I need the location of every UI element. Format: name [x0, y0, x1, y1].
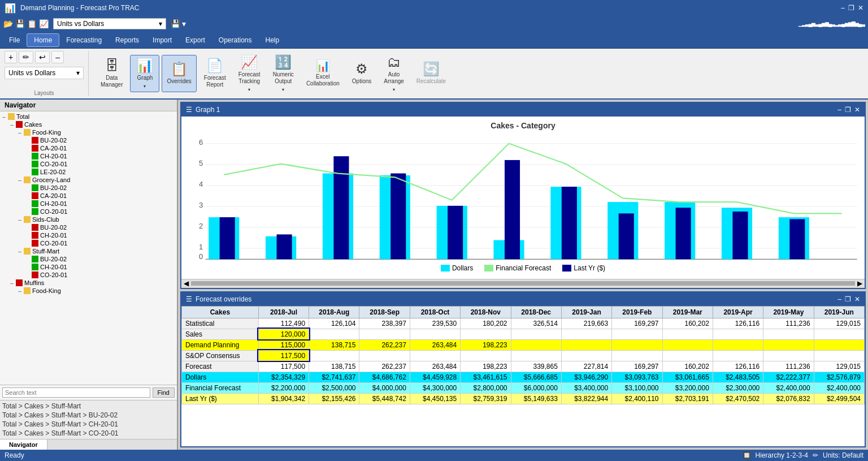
- navigator-tab[interactable]: Navigator: [0, 440, 47, 450]
- table-cell[interactable]: $4,450,135: [410, 393, 460, 404]
- table-cell[interactable]: [662, 329, 713, 339]
- table-cell[interactable]: 239,530: [410, 318, 460, 329]
- tree-node[interactable]: – Grocery-Land: [0, 176, 177, 184]
- table-cell[interactable]: $5,149,633: [511, 393, 561, 404]
- table-cell[interactable]: 263,484: [410, 339, 460, 350]
- table-cell[interactable]: $2,800,000: [461, 382, 511, 393]
- menu-export[interactable]: Export: [179, 34, 212, 46]
- tree-toggle[interactable]: –: [8, 122, 16, 128]
- table-cell[interactable]: 111,236: [763, 361, 814, 372]
- auto-arrange-button[interactable]: 🗂 AutoArrange ▾: [379, 55, 409, 92]
- undo-button[interactable]: ↩: [35, 51, 50, 63]
- table-cell[interactable]: $2,483,505: [713, 372, 763, 382]
- table-cell[interactable]: [461, 350, 511, 361]
- edit-button[interactable]: ✏: [19, 51, 33, 63]
- table-cell[interactable]: 263,484: [410, 361, 460, 372]
- tree-node[interactable]: LE-20-02: [0, 168, 177, 176]
- forecast-minimize-icon[interactable]: –: [837, 295, 841, 303]
- table-cell[interactable]: [612, 339, 662, 350]
- table-cell[interactable]: $2,470,502: [713, 393, 763, 404]
- tree-node[interactable]: – Food-King: [0, 128, 177, 136]
- tree-node[interactable]: BU-20-02: [0, 255, 177, 263]
- table-cell[interactable]: 117,500: [258, 361, 309, 372]
- table-cell[interactable]: [612, 350, 662, 361]
- tree-node[interactable]: CA-20-01: [0, 192, 177, 200]
- tree-toggle[interactable]: –: [0, 114, 8, 120]
- tree-node[interactable]: CO-20-01: [0, 239, 177, 247]
- report-icon[interactable]: 📋: [27, 19, 37, 28]
- table-cell[interactable]: $3,400,000: [561, 382, 611, 393]
- tree-node[interactable]: BU-20-02: [0, 184, 177, 192]
- table-cell[interactable]: $1,904,342: [258, 393, 309, 404]
- table-cell[interactable]: [814, 350, 864, 361]
- table-cell[interactable]: $6,000,000: [511, 382, 561, 393]
- table-cell[interactable]: [612, 329, 662, 339]
- close-icon[interactable]: ✕: [858, 4, 863, 12]
- tree-node[interactable]: – Total: [0, 113, 177, 120]
- table-cell[interactable]: [713, 350, 763, 361]
- table-cell[interactable]: [410, 329, 460, 339]
- chart-icon[interactable]: 📈: [39, 19, 49, 28]
- table-cell[interactable]: $4,000,000: [359, 382, 410, 393]
- tree-node[interactable]: CH-20-01: [0, 263, 177, 271]
- minimize-icon[interactable]: –: [841, 4, 845, 12]
- menu-import[interactable]: Import: [146, 34, 179, 46]
- forecast-window-controls[interactable]: – ❐ ✕: [837, 295, 860, 303]
- menu-help[interactable]: Help: [259, 34, 287, 46]
- table-cell[interactable]: [763, 329, 814, 339]
- table-cell[interactable]: 117,500: [258, 350, 309, 361]
- table-cell[interactable]: 262,237: [359, 361, 410, 372]
- table-cell[interactable]: 129,015: [814, 361, 864, 372]
- table-cell[interactable]: $2,703,191: [662, 393, 713, 404]
- units-dropdown[interactable]: Units vs Dollars ▾: [53, 18, 166, 29]
- table-cell[interactable]: $2,155,426: [309, 393, 359, 404]
- table-cell[interactable]: $2,499,504: [814, 393, 864, 404]
- graph-button[interactable]: 📊 Graph ▾: [130, 55, 159, 92]
- excel-collab-button[interactable]: 📊 ExcelCollaboration: [301, 55, 345, 92]
- table-cell[interactable]: 160,202: [662, 361, 713, 372]
- table-cell[interactable]: 227,814: [561, 361, 611, 372]
- navigator-tree[interactable]: – Total – Cakes – Food-King BU-20-02 CA-…: [0, 111, 177, 385]
- forecast-close-icon[interactable]: ✕: [854, 295, 860, 303]
- table-cell[interactable]: 238,397: [359, 318, 410, 329]
- table-cell[interactable]: [713, 339, 763, 350]
- table-cell[interactable]: [461, 329, 511, 339]
- menu-file[interactable]: File: [2, 34, 27, 46]
- tree-node[interactable]: CO-20-01: [0, 208, 177, 216]
- layout-dropdown[interactable]: Units vs Dollars ▾: [5, 67, 84, 79]
- table-cell[interactable]: [410, 350, 460, 361]
- menu-reports[interactable]: Reports: [108, 34, 146, 46]
- table-cell[interactable]: $2,500,000: [309, 382, 359, 393]
- table-cell[interactable]: [814, 339, 864, 350]
- table-cell[interactable]: 339,865: [511, 361, 561, 372]
- tree-toggle[interactable]: –: [16, 217, 24, 223]
- table-cell[interactable]: 198,223: [461, 361, 511, 372]
- graph-window-controls[interactable]: – ❐ ✕: [837, 106, 860, 114]
- table-cell[interactable]: [511, 329, 561, 339]
- tree-node[interactable]: – Stuff-Mart: [0, 247, 177, 255]
- table-cell[interactable]: $2,200,000: [258, 382, 309, 393]
- scroll-left-icon[interactable]: ◀: [184, 279, 189, 287]
- table-cell[interactable]: 115,000: [258, 339, 309, 350]
- numeric-output-button[interactable]: 🔢 NumericOutput ▾: [268, 55, 299, 92]
- tree-node[interactable]: CH-20-01: [0, 152, 177, 160]
- table-cell[interactable]: 169,297: [612, 318, 662, 329]
- arrow-icon[interactable]: ▾: [182, 19, 186, 28]
- table-cell[interactable]: $4,686,762: [359, 372, 410, 382]
- table-cell[interactable]: 120,000: [258, 329, 309, 339]
- table-cell[interactable]: 138,715: [309, 361, 359, 372]
- graph-scrollbar[interactable]: ◀ ▶: [181, 279, 865, 288]
- find-button[interactable]: Find: [153, 387, 175, 398]
- table-cell[interactable]: $2,741,637: [309, 372, 359, 382]
- table-cell[interactable]: $2,076,832: [763, 393, 814, 404]
- tree-node[interactable]: – Food-King: [0, 287, 177, 295]
- graph-restore-icon[interactable]: ❐: [845, 106, 851, 114]
- table-cell[interactable]: [359, 329, 410, 339]
- tree-node[interactable]: CH-20-01: [0, 200, 177, 208]
- tree-toggle[interactable]: –: [8, 280, 16, 286]
- table-cell[interactable]: 262,237: [359, 339, 410, 350]
- table-cell[interactable]: $5,448,742: [359, 393, 410, 404]
- table-cell[interactable]: [511, 339, 561, 350]
- tree-node[interactable]: – Muffins: [0, 279, 177, 287]
- tree-node[interactable]: BU-20-02: [0, 136, 177, 144]
